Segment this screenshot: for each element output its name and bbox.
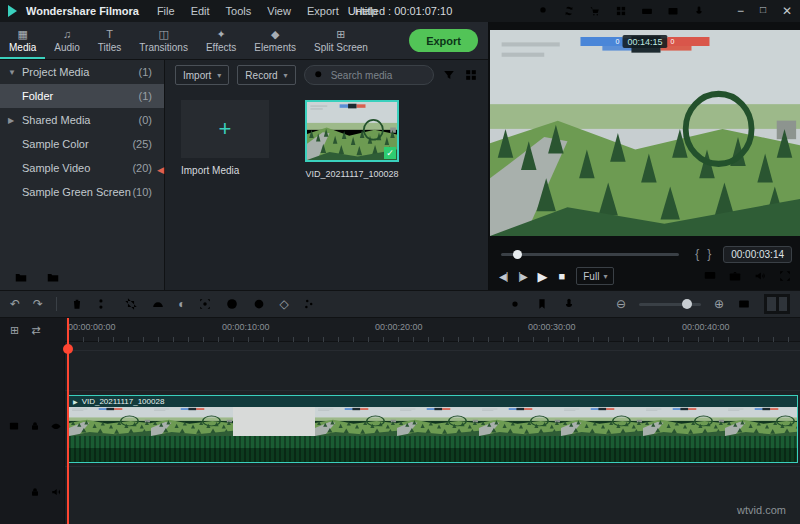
pan-zoom-icon[interactable] [198, 297, 212, 311]
tab-elements[interactable]: ◆ Elements [245, 22, 305, 59]
audio-wave-icon[interactable] [329, 297, 343, 311]
filmora-app: Wondershare Filmora File Edit Tools View… [0, 0, 800, 524]
keyframe-icon[interactable]: ◇ [279, 298, 288, 310]
expand-arrow-icon[interactable]: ▼ [8, 68, 22, 77]
render-preview-icon[interactable] [508, 297, 522, 311]
timeline-view-toggle[interactable] [764, 294, 790, 314]
media-clip-thumbnail[interactable]: ✓ [305, 100, 399, 162]
sidebar-item-sample-color[interactable]: Sample Color (25) [0, 132, 164, 156]
sidebar-collapse-handle[interactable]: ◀ [157, 166, 164, 175]
search-box[interactable] [304, 65, 434, 85]
tab-bar: ▦ Media ♫ Audio T Titles ◫ Transitions ✦… [0, 22, 488, 60]
video-track-icon[interactable] [8, 420, 20, 432]
view-grid-icon[interactable] [464, 68, 478, 82]
zoom-out-icon[interactable]: ⊖ [616, 298, 626, 310]
import-media-cell: + Import Media [181, 100, 269, 179]
maximize-button[interactable]: □ [760, 4, 766, 18]
delete-folder-icon[interactable] [46, 270, 60, 284]
export-button[interactable]: Export [409, 29, 478, 52]
mute-speaker-icon[interactable] [50, 486, 62, 498]
audio-track-icon[interactable] [8, 486, 20, 498]
marker-icon[interactable] [535, 297, 549, 311]
fullscreen-expand-icon[interactable] [778, 269, 792, 283]
plus-icon: + [219, 118, 232, 140]
eye-visibility-icon[interactable] [50, 420, 62, 432]
store-cart-icon[interactable] [589, 5, 601, 17]
quality-dropdown[interactable]: Full ▾ [576, 267, 614, 285]
speaker-icon[interactable] [753, 269, 767, 283]
timeline-zoom-slider[interactable] [639, 303, 701, 306]
previous-frame-button[interactable]: ◀| [499, 271, 507, 282]
seek-slider[interactable] [501, 253, 679, 256]
fit-timeline-icon[interactable] [737, 297, 751, 311]
redo-icon[interactable]: ↷ [33, 298, 43, 310]
keyboard-shortcut-icon[interactable] [641, 5, 653, 17]
timeline-clip-label: VID_20211117_100028 [82, 397, 165, 406]
search-input[interactable] [331, 70, 425, 81]
transfer-icon[interactable]: ⇄ [31, 325, 40, 336]
close-button[interactable]: ✕ [782, 4, 792, 18]
feedback-mail-icon[interactable] [667, 5, 679, 17]
split-screen-tab-icon: ⊞ [336, 29, 345, 40]
adjust-sliders-icon[interactable] [302, 297, 316, 311]
preview-video[interactable]: 0 00:14:15 0 [490, 30, 800, 236]
play-button[interactable]: ▶ [538, 269, 548, 284]
menu-tools[interactable]: Tools [226, 5, 252, 17]
motion-tracking-icon[interactable] [252, 297, 266, 311]
menu-file[interactable]: File [157, 5, 175, 17]
record-voiceover-icon[interactable] [562, 297, 576, 311]
tab-titles[interactable]: T Titles [89, 22, 131, 59]
detach-monitor-icon[interactable] [703, 269, 717, 283]
expand-arrow-icon[interactable]: ▶ [8, 116, 22, 125]
sync-icon[interactable] [563, 5, 575, 17]
next-frame-button[interactable]: |▶ [518, 271, 526, 282]
mark-out-icon[interactable]: } [703, 247, 715, 261]
duration-clock-icon[interactable] [225, 297, 239, 311]
tab-transitions[interactable]: ◫ Transitions [130, 22, 197, 59]
lock-track-icon[interactable] [29, 420, 41, 432]
video-scene-image [490, 30, 800, 236]
clip-audio-waveform [69, 436, 797, 462]
tab-effects[interactable]: ✦ Effects [197, 22, 245, 59]
speed-icon[interactable] [151, 297, 165, 311]
new-folder-icon[interactable] [14, 270, 28, 284]
delete-icon[interactable] [70, 297, 84, 311]
sidebar-item-project-media[interactable]: ▼ Project Media (1) [0, 60, 164, 84]
scoreboard-overlay: 0 00:14:15 0 [580, 35, 709, 48]
tab-audio[interactable]: ♫ Audio [45, 22, 89, 59]
record-dropdown[interactable]: Record ▾ [237, 65, 295, 85]
lock-track-icon[interactable] [29, 486, 41, 498]
timeline-ruler[interactable]: 00:00:00:00 00:00:10:00 00:00:20:00 00:0… [65, 318, 800, 342]
zoom-knob[interactable] [682, 299, 692, 309]
import-media-tile[interactable]: + [181, 100, 269, 158]
split-scissors-icon[interactable] [97, 297, 111, 311]
layout-grid-icon[interactable] [615, 5, 627, 17]
stop-button[interactable]: ■ [559, 270, 566, 282]
tips-icon[interactable] [537, 5, 549, 17]
sidebar-footer [0, 270, 165, 284]
track-manager-icon[interactable] [589, 297, 603, 311]
seek-knob[interactable] [513, 250, 522, 259]
sidebar-item-sample-green-screen[interactable]: Sample Green Screen (10) [0, 180, 164, 204]
undo-icon[interactable]: ↶ [10, 298, 20, 310]
manage-tracks-icon[interactable]: ⊞ [10, 325, 19, 336]
zoom-in-icon[interactable]: ⊕ [714, 298, 724, 310]
voiceover-mic-icon[interactable] [693, 5, 705, 17]
timeline-body: ▶ VID_20211117_100028 [0, 342, 800, 524]
filter-icon[interactable] [442, 68, 456, 82]
sidebar-item-sample-video[interactable]: Sample Video (20) [0, 156, 164, 180]
mark-in-icon[interactable]: { [691, 247, 703, 261]
menu-edit[interactable]: Edit [191, 5, 210, 17]
sidebar-item-folder[interactable]: Folder (1) [0, 84, 164, 108]
crop-icon[interactable] [124, 297, 138, 311]
snapshot-camera-icon[interactable] [728, 269, 742, 283]
import-dropdown[interactable]: Import ▾ [175, 65, 229, 85]
timeline-clip[interactable]: ▶ VID_20211117_100028 [68, 395, 798, 463]
color-correction-icon[interactable]: ◐ [178, 298, 185, 310]
titles-tab-icon: T [106, 29, 113, 40]
tab-split-screen[interactable]: ⊞ Split Screen [305, 22, 377, 59]
sidebar-item-shared-media[interactable]: ▶ Shared Media (0) [0, 108, 164, 132]
playhead-handle[interactable] [63, 344, 73, 354]
minimize-button[interactable]: − [737, 4, 744, 18]
tab-media[interactable]: ▦ Media [0, 22, 45, 59]
